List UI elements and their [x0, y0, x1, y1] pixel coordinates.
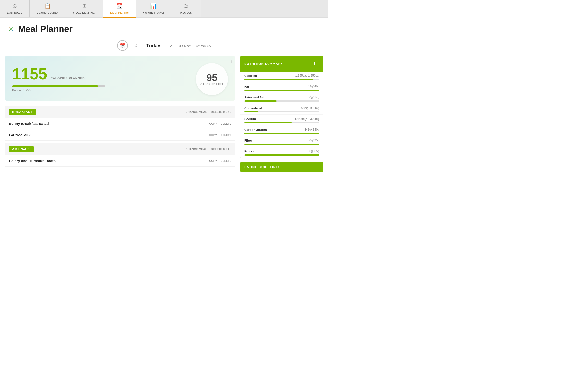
- delete-btn-am-snack-0[interactable]: DELETE: [221, 160, 231, 162]
- current-date-label: Today: [144, 43, 163, 48]
- nutrition-row-6: Fiber 36g/ 25g: [240, 136, 323, 147]
- nutrition-name-1: Fat: [244, 85, 249, 88]
- nutrition-value-4: 1,443mg/ 2,300mg: [295, 117, 319, 121]
- meal-item-name-breakfast-0: Sunny Breakfast Salad: [9, 122, 209, 126]
- nutrition-bar-fill-4: [244, 122, 292, 123]
- nav-tab-meal-planner[interactable]: 📅 Meal Planner: [104, 0, 136, 18]
- nutrition-row-0: Calories 1,155cal/ 1,250cal: [240, 72, 323, 82]
- nutrition-value-5: 141g/ 140g: [304, 128, 319, 132]
- nutrition-row-2: Saturated fat 6g/ 14g: [240, 93, 323, 104]
- copy-btn-breakfast-1[interactable]: COPY: [209, 134, 217, 136]
- nutrition-value-3: 58mg/ 300mg: [301, 106, 319, 110]
- meal-header-am-snack: AM SNACK CHANGE MEAL DELETE MEAL: [5, 143, 235, 155]
- meal-title-breakfast: BREAKFAST: [9, 109, 36, 115]
- tab-icon-meal-planner: 📅: [116, 3, 123, 9]
- nutrition-name-7: Protein: [244, 150, 255, 153]
- meal-item-breakfast-0: Sunny Breakfast Salad COPY | DELETE: [5, 118, 235, 129]
- separator-am-snack-0: |: [218, 160, 219, 162]
- nutrition-bar-bg-1: [244, 90, 319, 91]
- nutrition-summary-header: NUTRITION SUMMARY ℹ: [240, 56, 323, 72]
- nav-tab-recipes[interactable]: 🗂 Recipes: [172, 0, 201, 18]
- copy-btn-breakfast-0[interactable]: COPY: [209, 122, 217, 125]
- right-panel: NUTRITION SUMMARY ℹ Calories 1,155cal/ 1…: [240, 56, 324, 176]
- nav-tab-weight-tracker[interactable]: 📊 Weight Tracker: [136, 0, 171, 18]
- tab-icon-7-day-meal-plan: 🗓: [82, 3, 87, 9]
- nutrition-name-3: Cholesterol: [244, 106, 262, 110]
- meal-header-actions-am-snack: CHANGE MEAL DELETE MEAL: [186, 148, 231, 151]
- logo-icon: ✳: [7, 24, 15, 34]
- nutrition-bar-fill-7: [244, 154, 319, 156]
- nav-tab-calorie-counter[interactable]: 📋 Calorie Counter: [30, 0, 66, 18]
- meal-header-actions-breakfast: CHANGE MEAL DELETE MEAL: [186, 110, 231, 114]
- nutrition-name-0: Calories: [244, 74, 257, 78]
- nav-tabs: ⊙ Dashboard 📋 Calorie Counter 🗓 7-Day Me…: [0, 0, 328, 18]
- nutrition-bar-bg-5: [244, 133, 319, 134]
- tab-icon-recipes: 🗂: [183, 3, 189, 9]
- page-header: ✳ Meal Planner: [0, 18, 328, 37]
- nutrition-bar-fill-5: [244, 133, 319, 134]
- nutrition-row-7: Protein 66g/ 65g: [240, 147, 323, 158]
- nutrition-summary-card: NUTRITION SUMMARY ℹ Calories 1,155cal/ 1…: [240, 56, 324, 158]
- nutrition-bar-bg-6: [244, 144, 319, 145]
- nutrition-name-5: Carbohydrates: [244, 128, 267, 132]
- nutrition-bar-fill-1: [244, 90, 319, 91]
- meal-item-am-snack-0: Celery and Hummus Boats COPY | DELETE: [5, 155, 235, 166]
- tab-label-dashboard: Dashboard: [7, 11, 22, 14]
- nutrition-value-7: 66g/ 65g: [308, 150, 319, 153]
- next-date-button[interactable]: >: [168, 42, 174, 50]
- nav-tab-7-day-meal-plan[interactable]: 🗓 7-Day Meal Plan: [66, 0, 104, 18]
- delete-meal-btn-breakfast[interactable]: DELETE MEAL: [211, 110, 231, 114]
- nav-tab-dashboard[interactable]: ⊙ Dashboard: [0, 0, 30, 18]
- calories-left-circle: 95 CALORIES LEFT: [196, 63, 228, 95]
- calorie-progress-bar: [12, 85, 105, 87]
- delete-btn-breakfast-0[interactable]: DELETE: [221, 122, 231, 125]
- nutrition-bar-bg-3: [244, 111, 319, 112]
- meal-item-actions-breakfast-0: COPY | DELETE: [209, 122, 231, 125]
- nutrition-value-0: 1,155cal/ 1,250cal: [296, 74, 319, 78]
- tab-icon-dashboard: ⊙: [12, 3, 17, 9]
- tab-icon-weight-tracker: 📊: [150, 3, 157, 9]
- nutrition-value-6: 36g/ 25g: [308, 139, 319, 142]
- by-day-button[interactable]: BY DAY: [178, 44, 191, 48]
- nutrition-bar-fill-0: [244, 79, 313, 80]
- nutrition-row-1: Fat 43g/ 40g: [240, 82, 323, 93]
- nutrition-header-label: NUTRITION SUMMARY: [244, 62, 283, 66]
- meal-item-breakfast-1: Fat-free Milk COPY | DELETE: [5, 129, 235, 141]
- date-nav: 📅 < Today > BY DAY BY WEEK: [0, 37, 328, 56]
- change-meal-btn-am-snack[interactable]: CHANGE MEAL: [186, 148, 207, 151]
- copy-btn-am-snack-0[interactable]: COPY: [209, 160, 217, 162]
- delete-meal-btn-am-snack[interactable]: DELETE MEAL: [211, 148, 231, 151]
- calorie-info-icon: ℹ: [230, 59, 232, 64]
- change-meal-btn-breakfast[interactable]: CHANGE MEAL: [186, 110, 207, 114]
- calendar-button[interactable]: 📅: [117, 40, 128, 51]
- by-week-button[interactable]: BY WEEK: [196, 44, 211, 48]
- eating-guidelines-header: EATING GUIDELINES: [240, 162, 323, 172]
- nutrition-bar-fill-6: [244, 144, 319, 145]
- meal-item-actions-breakfast-1: COPY | DELETE: [209, 134, 231, 136]
- prev-date-button[interactable]: <: [132, 42, 139, 50]
- meal-section-am-snack: AM SNACK CHANGE MEAL DELETE MEAL Celery …: [5, 143, 235, 166]
- nutrition-value-2: 6g/ 14g: [310, 96, 319, 99]
- calorie-progress-fill: [12, 85, 98, 87]
- meal-item-actions-am-snack-0: COPY | DELETE: [209, 160, 231, 162]
- left-panel: ℹ 1155 CALORIES PLANNED Budget: 1,250 95…: [5, 56, 240, 176]
- eating-guidelines-card: EATING GUIDELINES: [240, 162, 324, 172]
- nutrition-bar-bg-7: [244, 154, 319, 156]
- separator-breakfast-1: |: [218, 134, 219, 136]
- nutrition-rows: Calories 1,155cal/ 1,250cal Fat 43g/ 40g…: [240, 72, 323, 158]
- delete-btn-breakfast-1[interactable]: DELETE: [221, 134, 231, 136]
- tab-icon-calorie-counter: 📋: [44, 3, 51, 9]
- meal-item-name-breakfast-1: Fat-free Milk: [9, 133, 209, 137]
- nutrition-row-5: Carbohydrates 141g/ 140g: [240, 126, 323, 136]
- tab-label-meal-planner: Meal Planner: [110, 11, 129, 14]
- calorie-info: 1155 CALORIES PLANNED Budget: 1,250: [12, 66, 196, 92]
- tab-label-7-day-meal-plan: 7-Day Meal Plan: [73, 11, 96, 14]
- tab-label-recipes: Recipes: [180, 11, 192, 14]
- calories-left-number: 95: [206, 73, 218, 82]
- calories-planned-number: 1155: [12, 66, 47, 82]
- nutrition-value-1: 43g/ 40g: [308, 85, 319, 88]
- nutrition-row-4: Sodium 1,443mg/ 2,300mg: [240, 115, 323, 126]
- tab-label-calorie-counter: Calorie Counter: [36, 11, 59, 14]
- meal-header-breakfast: BREAKFAST CHANGE MEAL DELETE MEAL: [5, 106, 235, 118]
- budget-text: Budget: 1,250: [12, 89, 196, 92]
